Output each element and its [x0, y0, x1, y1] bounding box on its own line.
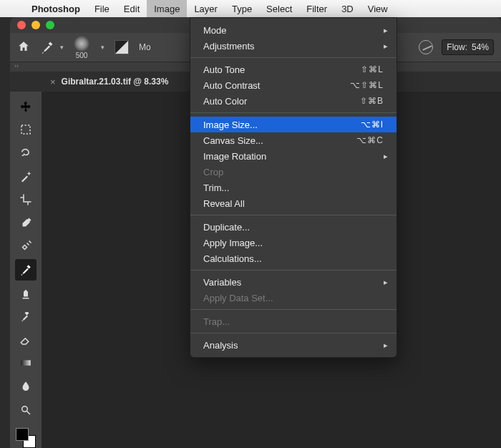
move-tool[interactable]: [15, 96, 37, 117]
menu-shortcut: ⌥⌘C: [356, 135, 384, 145]
menu-file[interactable]: File: [87, 0, 117, 17]
brush-panel-toggle[interactable]: [115, 40, 129, 54]
tab-close-button[interactable]: ×: [50, 77, 56, 87]
healing-brush-tool[interactable]: [15, 236, 37, 258]
menu-shortcut: ⌥⇧⌘L: [350, 80, 384, 90]
chevron-down-icon: ▾: [101, 44, 104, 51]
clone-stamp-tool[interactable]: [15, 283, 37, 304]
menu-item-label: Image Size...: [203, 120, 361, 130]
menu-item-calculations[interactable]: Calculations...: [190, 250, 397, 266]
menu-item-label: Calculations...: [203, 253, 384, 264]
menu-item-label: Trim...: [203, 182, 384, 193]
menu-item-label: Canvas Size...: [203, 135, 356, 146]
menu-separator: [190, 309, 397, 310]
menu-item-auto-contrast[interactable]: Auto Contrast⌥⇧⌘L: [190, 77, 397, 93]
menu-separator: [190, 215, 397, 215]
menu-item-label: Analysis: [203, 340, 384, 351]
menu-item-label: Apply Image...: [203, 238, 384, 248]
menu-item-apply-data-set: Apply Data Set...: [190, 290, 397, 306]
gradient-tool[interactable]: [15, 353, 37, 374]
mode-label: Mo: [139, 42, 151, 52]
menu-separator: [190, 270, 397, 271]
menu-shortcut: ⇧⌘B: [360, 96, 384, 106]
menu-layer[interactable]: Layer: [187, 0, 225, 17]
menu-item-label: Auto Color: [203, 96, 360, 107]
menu-separator: [190, 112, 397, 113]
color-swatches[interactable]: [16, 428, 36, 448]
menu-item-apply-image[interactable]: Apply Image...: [190, 235, 397, 250]
menu-shortcut: ⌥⌘I: [361, 120, 384, 130]
menu-item-canvas-size[interactable]: Canvas Size...⌥⌘C: [190, 132, 397, 148]
window-minimize-button[interactable]: [31, 21, 40, 29]
menu-item-adjustments[interactable]: Adjustments▸: [190, 38, 397, 54]
menu-item-trap: Trap...: [190, 313, 397, 329]
crop-tool[interactable]: [15, 189, 37, 210]
eraser-tool[interactable]: [15, 329, 37, 351]
menu-item-auto-color[interactable]: Auto Color⇧⌘B: [190, 93, 397, 109]
menu-item-trim[interactable]: Trim...: [190, 180, 397, 195]
menu-shortcut: ⇧⌘L: [361, 64, 384, 74]
app-name[interactable]: Photoshop: [24, 4, 87, 14]
submenu-arrow-icon: ▸: [384, 26, 388, 35]
menu-item-auto-tone[interactable]: Auto Tone⇧⌘L: [190, 62, 397, 77]
menu-type[interactable]: Type: [225, 0, 259, 17]
flow-value: 54%: [472, 42, 489, 52]
menu-item-label: Duplicate...: [203, 222, 384, 233]
svg-rect-1: [21, 361, 31, 366]
submenu-arrow-icon: ▸: [384, 42, 388, 51]
brush-preview-icon: [74, 36, 89, 52]
menu-item-crop: Crop: [190, 164, 397, 180]
submenu-arrow-icon: ▸: [384, 341, 388, 350]
brush-size-label: 500: [76, 52, 88, 59]
menu-3d[interactable]: 3D: [334, 0, 361, 17]
svg-point-2: [22, 406, 28, 412]
menu-item-label: Apply Data Set...: [203, 293, 384, 303]
mac-menubar: Photoshop FileEditImageLayerTypeSelectFi…: [0, 0, 501, 17]
menu-item-analysis[interactable]: Analysis▸: [190, 337, 397, 353]
menu-item-variables[interactable]: Variables▸: [190, 274, 397, 290]
menu-item-image-rotation[interactable]: Image Rotation▸: [190, 148, 397, 164]
menu-separator: [190, 333, 397, 333]
menu-item-label: Auto Tone: [203, 64, 361, 75]
lasso-tool[interactable]: [15, 142, 37, 164]
pressure-opacity-icon[interactable]: [419, 40, 433, 54]
menu-view[interactable]: View: [361, 0, 395, 17]
tool-preset-picker[interactable]: ▾: [40, 40, 64, 54]
submenu-arrow-icon: ▸: [384, 152, 388, 161]
menu-edit[interactable]: Edit: [117, 0, 147, 17]
flow-label: Flow:: [447, 42, 467, 52]
blur-tool[interactable]: [15, 376, 37, 397]
menu-item-mode[interactable]: Mode▸: [190, 22, 397, 38]
menu-item-label: Trap...: [203, 316, 384, 327]
menu-separator: [190, 57, 397, 58]
submenu-arrow-icon: ▸: [384, 278, 388, 287]
menu-image[interactable]: Image: [147, 0, 187, 17]
image-menu-dropdown: Mode▸Adjustments▸Auto Tone⇧⌘LAuto Contra…: [190, 17, 397, 358]
menu-item-label: Crop: [203, 167, 384, 177]
eyedropper-tool[interactable]: [15, 213, 37, 234]
menu-item-label: Auto Contrast: [203, 80, 350, 91]
menu-item-label: Variables: [203, 277, 384, 288]
tools-panel: [10, 92, 42, 448]
menu-item-reveal-all[interactable]: Reveal All: [190, 195, 397, 211]
magic-wand-tool[interactable]: [15, 166, 37, 188]
menu-item-label: Adjustments: [203, 41, 384, 52]
brush-tool[interactable]: [15, 259, 37, 281]
chevron-down-icon: ▾: [60, 44, 64, 51]
marquee-tool[interactable]: [15, 120, 37, 141]
history-brush-tool[interactable]: [15, 306, 37, 327]
dodge-tool[interactable]: [15, 399, 37, 421]
menu-filter[interactable]: Filter: [299, 0, 334, 17]
home-button[interactable]: [17, 40, 30, 55]
menu-item-duplicate[interactable]: Duplicate...: [190, 219, 397, 235]
menu-select[interactable]: Select: [259, 0, 299, 17]
window-close-button[interactable]: [17, 21, 26, 29]
brush-preset-picker[interactable]: 500: [74, 36, 89, 59]
menu-item-label: Image Rotation: [203, 151, 384, 162]
tab-title: Gibraltar.21.03.tif @ 8.33%: [62, 77, 169, 87]
menu-item-image-size[interactable]: Image Size...⌥⌘I: [190, 117, 397, 132]
flow-field[interactable]: Flow: 54%: [442, 39, 494, 55]
menu-item-label: Reveal All: [203, 198, 384, 209]
document-tab[interactable]: × Gibraltar.21.03.tif @ 8.33%: [43, 72, 175, 92]
window-zoom-button[interactable]: [46, 21, 54, 29]
